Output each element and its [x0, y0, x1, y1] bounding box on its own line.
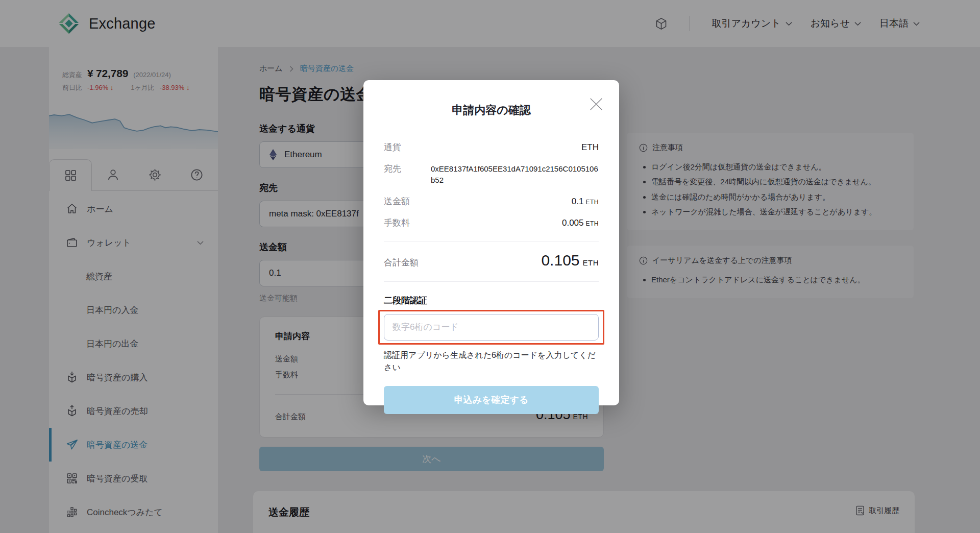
confirm-submit-button[interactable]: 申込みを確定する: [384, 386, 599, 414]
modal-total-label: 合計金額: [384, 257, 419, 269]
two-factor-help-text: 認証用アプリから生成された6桁のコードを入力してください: [384, 349, 599, 374]
modal-row-fee: 手数料 0.005ETH: [384, 217, 599, 229]
modal-row-amount: 送金額 0.1ETH: [384, 196, 599, 207]
close-icon[interactable]: [586, 94, 606, 114]
two-factor-input-wrap: [384, 314, 599, 341]
exchange-app: Exchange 取引アカウント お知らせ 日本語: [0, 0, 980, 533]
modal-row-address: 宛先 0xEE8137fA1f605EE31dA71091c2156C01051…: [384, 163, 599, 186]
modal-detail-rows: 通貨 ETH 宛先 0xEE8137fA1f605EE31dA71091c215…: [384, 141, 599, 229]
modal-total-row: 合計金額 0.105ETH: [384, 252, 599, 269]
modal-divider: [384, 281, 599, 282]
confirm-modal: 申請内容の確認 通貨 ETH 宛先 0xEE8137fA1f605EE31dA7…: [363, 80, 619, 405]
modal-title: 申請内容の確認: [384, 103, 599, 118]
modal-total-value: 0.105ETH: [541, 252, 599, 269]
modal-divider: [384, 241, 599, 241]
two-factor-label: 二段階認証: [384, 295, 599, 306]
two-factor-code-input[interactable]: [384, 314, 599, 341]
modal-row-currency: 通貨 ETH: [384, 141, 599, 153]
